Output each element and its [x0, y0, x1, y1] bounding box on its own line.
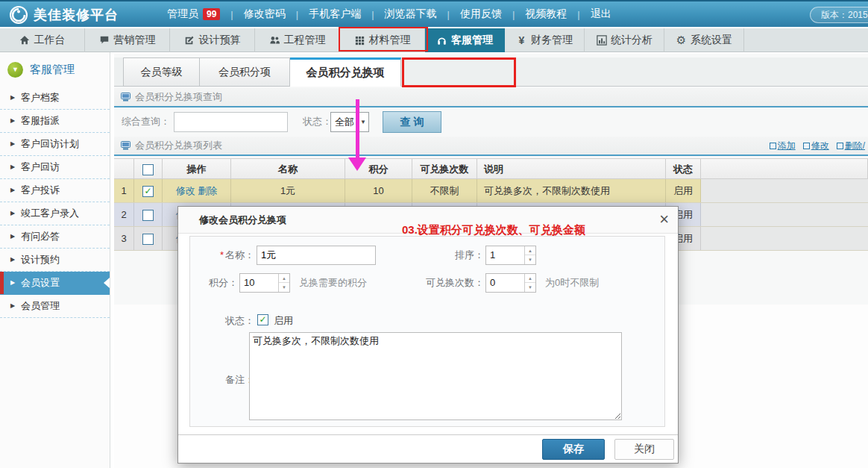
nav-tab-label: 工程管理: [284, 34, 326, 47]
sidebar-item-label: 客户回访计划: [21, 138, 79, 149]
row-checkbox[interactable]: [142, 210, 154, 221]
row-checkbox[interactable]: [142, 234, 154, 245]
sidebar-item-7[interactable]: ▶设计预约: [0, 249, 110, 272]
table-header-row: 操作名称积分可兑换次数说明状态: [114, 158, 868, 179]
sidebar-item-1[interactable]: ▶客服指派: [0, 110, 110, 133]
nav-tab-label: 设计预算: [199, 34, 241, 47]
nav-tab-gear[interactable]: ⚙系统设置: [664, 28, 744, 52]
stepper-up-icon[interactable]: ▲: [525, 274, 535, 283]
list-section-header: 会员积分兑换项列表 添加修改删除/: [114, 137, 868, 156]
logo-swirl-icon: [9, 5, 28, 25]
name-label: *名称：: [192, 246, 254, 265]
grid-icon: [354, 35, 365, 46]
header-menu-item[interactable]: 退出: [580, 7, 622, 21]
select-all-checkbox[interactable]: [142, 164, 154, 175]
version-badge: 版本：2015: [810, 7, 868, 23]
header-cell-checkbox: [134, 159, 163, 178]
row-index: 3: [114, 227, 134, 250]
header-menu-item[interactable]: 视频教程: [515, 7, 577, 21]
nav-tab-headset[interactable]: 客服管理: [425, 28, 505, 52]
stepper-up-icon[interactable]: ▲: [525, 246, 535, 255]
content-tab-2[interactable]: 会员积分兑换项: [290, 57, 401, 87]
content-tab-1[interactable]: 会员积分项: [200, 57, 290, 87]
edit-exchange-item-dialog: 修改会员积分兑换项 × 03.设置积分可兑换次数、可兑换金额 *名称： 排序： …: [177, 206, 679, 464]
nav-tab-users[interactable]: 工程管理: [255, 28, 340, 52]
save-button[interactable]: 保存: [542, 439, 605, 460]
nav-tab-yen[interactable]: ¥财务管理: [505, 28, 585, 52]
nav-tab-edit[interactable]: 设计预算: [170, 28, 255, 52]
sidebar-item-2[interactable]: ▶客户回访计划: [0, 133, 110, 156]
delete-link[interactable]: 删除: [198, 185, 217, 196]
close-button[interactable]: 关闭: [614, 439, 674, 460]
monitor-icon: [121, 141, 130, 150]
square-icon: [770, 143, 776, 149]
stepper-down-icon[interactable]: ▼: [525, 255, 535, 264]
search-button[interactable]: 查 询: [383, 111, 441, 133]
list-link-修改[interactable]: 修改: [803, 140, 829, 152]
stepper-up-icon[interactable]: ▲: [279, 274, 289, 283]
list-action-links: 添加修改删除/: [770, 137, 865, 155]
nav-tab-home[interactable]: 工作台: [0, 28, 85, 52]
triangle-right-icon: ▶: [10, 110, 15, 132]
nav-tab-label: 工作台: [34, 34, 66, 47]
stepper-down-icon[interactable]: ▼: [279, 283, 289, 292]
sidebar-item-6[interactable]: ▶有问必答: [0, 225, 110, 249]
list-link-删除/[interactable]: 删除/: [837, 140, 865, 152]
keyword-input[interactable]: [174, 112, 288, 132]
header-menu-item[interactable]: 修改密码: [233, 7, 296, 21]
main-nav: 工作台营销管理设计预算工程管理材料管理客服管理¥财务管理统计分析⚙系统设置: [0, 28, 868, 52]
row-checkbox[interactable]: ✓: [142, 186, 154, 197]
header-menu-item[interactable]: 手机客户端: [298, 7, 371, 21]
sidebar-item-8[interactable]: ▶会员设置: [0, 272, 110, 295]
nav-tab-chat[interactable]: 营销管理: [85, 28, 170, 52]
nav-tab-label: 财务管理: [531, 34, 573, 47]
cell-filler: [701, 203, 868, 226]
sidebar-item-3[interactable]: ▶客户回访: [0, 156, 110, 179]
row-index: 2: [114, 203, 134, 226]
points-stepper[interactable]: 10 ▲▼: [239, 273, 290, 293]
dialog-footer: 保存 关闭: [178, 434, 678, 463]
triangle-right-icon: ▶: [10, 133, 15, 155]
sidebar-item-label: 客户投诉: [21, 184, 60, 196]
sidebar-item-9[interactable]: ▶会员管理: [0, 295, 110, 318]
remark-textarea[interactable]: 可兑换多次，不限制次数使用: [249, 332, 622, 420]
sidebar-item-0[interactable]: ▶客户档案: [0, 87, 110, 110]
query-section-title: 会员积分兑换项查询: [135, 90, 222, 104]
sidebar-item-label: 客服指派: [21, 115, 60, 126]
row-checkbox-cell: [134, 203, 163, 226]
cell-points: 10: [345, 179, 412, 202]
name-field[interactable]: [257, 246, 376, 265]
nav-tab-grid[interactable]: 材料管理: [340, 28, 425, 52]
header-cell-5: 状态: [666, 159, 701, 178]
header-cell-1: 名称: [231, 159, 345, 178]
sidebar-item-4[interactable]: ▶客户投诉: [0, 179, 110, 202]
enabled-checkbox[interactable]: ✓: [257, 314, 268, 325]
admin-label: 管理员: [167, 7, 198, 21]
nav-tab-chart[interactable]: 统计分析: [585, 28, 664, 52]
admin-menu-item[interactable]: 管理员 99: [157, 7, 230, 21]
query-section-header: 会员积分兑换项查询: [114, 88, 868, 107]
edit-link[interactable]: 修改: [176, 185, 195, 196]
sidebar-item-5[interactable]: ▶竣工客户录入: [0, 202, 110, 225]
circle-chevron-down-icon[interactable]: ▼: [7, 62, 23, 78]
sort-stepper[interactable]: 1 ▲▼: [485, 246, 536, 265]
header-menu-item[interactable]: 使用反馈: [450, 7, 512, 21]
cell-filler: [701, 227, 868, 250]
sidebar-header: ▼ 客服管理: [0, 52, 110, 87]
required-asterisk: *: [220, 249, 224, 260]
close-icon[interactable]: ×: [659, 210, 669, 229]
times-stepper[interactable]: 0 ▲▼: [485, 273, 536, 293]
header-menu-item[interactable]: 浏览器下载: [374, 7, 447, 21]
sidebar-title: 客服管理: [30, 63, 75, 77]
app-title: 美佳装修平台: [34, 6, 119, 24]
status-select[interactable]: 全部 ▼: [330, 112, 369, 132]
content-tabs: 会员等级会员积分项会员积分兑换项: [114, 57, 868, 87]
triangle-right-icon: ▶: [10, 272, 15, 294]
stepper-down-icon[interactable]: ▼: [525, 283, 535, 292]
list-link-添加[interactable]: 添加: [770, 140, 796, 152]
triangle-right-icon: ▶: [10, 179, 15, 202]
header-cell-3: 可兑换次数: [412, 159, 477, 178]
sidebar-item-label: 设计预约: [21, 254, 60, 265]
content-tab-0[interactable]: 会员等级: [123, 57, 200, 87]
notification-badge[interactable]: 99: [203, 8, 220, 20]
